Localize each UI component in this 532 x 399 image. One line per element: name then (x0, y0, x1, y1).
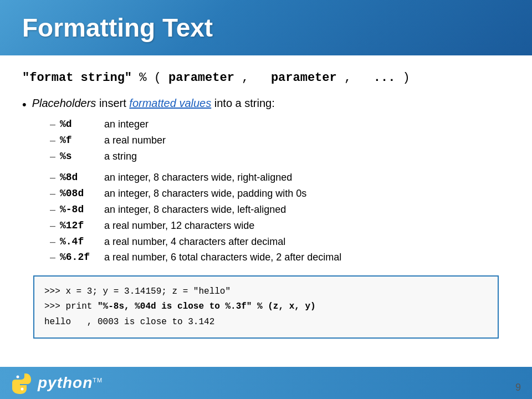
desc: a real number (104, 132, 166, 149)
sub-item: – %s a string (50, 149, 510, 165)
open-paren: ( (154, 71, 161, 85)
dash: – (50, 218, 55, 234)
sub-item: – %-8d an integer, 8 characters wide, le… (50, 202, 510, 218)
code-placeholder: %12f (60, 218, 104, 234)
code-placeholder: %d (60, 116, 104, 132)
percent-symbol: % (139, 71, 154, 85)
code-line-2: >>> print "%-8s, %04d is close to %.3f" … (44, 299, 488, 314)
tm-symbol: TM (93, 377, 103, 383)
svg-point-0 (17, 376, 19, 378)
bottom-bar: pythonTM (0, 367, 532, 399)
sub-item: – %6.2f a real number, 6 total character… (50, 249, 510, 265)
param2: parameter (271, 71, 337, 85)
dash: – (50, 186, 55, 202)
code-placeholder: %08d (60, 186, 104, 202)
desc: an integer, 8 characters wide, left-alig… (104, 202, 286, 218)
comma2: , (344, 71, 374, 85)
desc: a string (104, 149, 137, 165)
desc: a real number, 6 total characters wide, … (104, 249, 341, 265)
sub-item: – %8d an integer, 8 characters wide, rig… (50, 170, 510, 186)
sub-item: – %12f a real number, 12 characters wide (50, 218, 510, 234)
ellipsis: ... (374, 71, 396, 85)
header-bar: Formatting Text (0, 0, 532, 55)
bullet-item: • Placeholders insert formatted values i… (22, 97, 510, 112)
dash: – (50, 116, 55, 132)
svg-point-1 (21, 388, 24, 391)
desc: a real number, 12 characters wide (104, 218, 254, 234)
bullet-dot: • (22, 98, 27, 112)
format-string-keyword: "format string" (22, 71, 132, 85)
python-brand-text: pythonTM (38, 374, 103, 392)
desc: an integer, 8 characters wide, padding w… (104, 186, 306, 202)
desc: an integer (104, 116, 149, 132)
sub-item: – %f a real number (50, 132, 510, 149)
dash: – (50, 132, 55, 149)
close-paren: ) (403, 71, 410, 85)
dash: – (50, 149, 55, 165)
code-placeholder: %6.2f (60, 249, 104, 265)
code-bold: "%-8s, %04d is close to %.3f" % (z, x, y… (98, 301, 316, 311)
bullet-text: Placeholders insert formatted values int… (32, 97, 275, 110)
tail-text: into a string: (211, 97, 275, 109)
sub-items-group1: – %d an integer – %f a real number – %s … (50, 116, 510, 164)
sub-items-group2: – %8d an integer, 8 characters wide, rig… (50, 170, 510, 265)
desc: an integer, 8 characters wide, right-ali… (104, 170, 292, 186)
code-placeholder: %s (60, 149, 104, 165)
dash: – (50, 170, 55, 186)
code-line-3: hello , 0003 is close to 3.142 (44, 315, 488, 330)
slide-number: 9 (515, 382, 521, 393)
bullet-section: • Placeholders insert formatted values i… (22, 97, 510, 265)
code-placeholder: %8d (60, 170, 104, 186)
param1: parameter (168, 71, 234, 85)
dash: – (50, 202, 55, 218)
python-logo-icon (8, 371, 32, 395)
comma1: , (242, 71, 271, 85)
code-placeholder: %.4f (60, 234, 104, 250)
formatted-values-link[interactable]: formatted values (129, 97, 211, 109)
syntax-line: "format string" % ( parameter , paramete… (22, 71, 510, 85)
sub-item: – %d an integer (50, 116, 510, 132)
sub-item: – %08d an integer, 8 characters wide, pa… (50, 186, 510, 202)
dash: – (50, 234, 55, 250)
slide-title: Formatting Text (22, 13, 213, 43)
placeholders-label: Placeholders (32, 97, 96, 109)
dash: – (50, 249, 55, 265)
desc: a real number, 4 characters after decima… (104, 234, 285, 250)
code-placeholder: %f (60, 132, 104, 149)
code-placeholder: %-8d (60, 202, 104, 218)
content-area: "format string" % ( parameter , paramete… (0, 55, 532, 350)
python-logo-area: pythonTM (8, 371, 103, 395)
code-line-1: >>> x = 3; y = 3.14159; z = "hello" (44, 284, 488, 299)
sub-item: – %.4f a real number, 4 characters after… (50, 234, 510, 250)
code-box: >>> x = 3; y = 3.14159; z = "hello" >>> … (33, 275, 499, 339)
insert-text: insert (96, 97, 129, 109)
